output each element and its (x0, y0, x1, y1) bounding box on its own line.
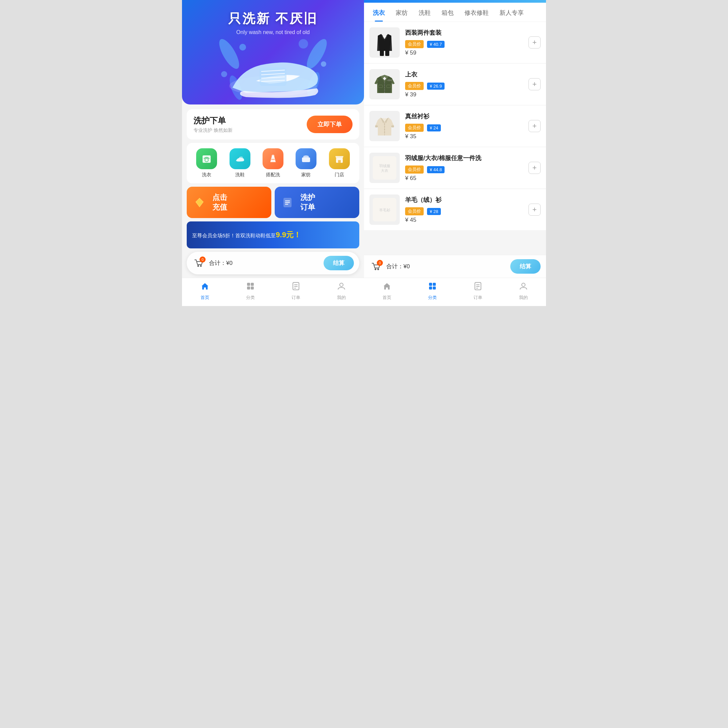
svg-point-54 (375, 268, 376, 270)
member-price-down: ¥ 44.8 (427, 166, 445, 173)
svg-rect-28 (247, 286, 250, 289)
right-nav-category[interactable]: 分类 (422, 281, 442, 301)
member-price-wool: ¥ 28 (427, 208, 441, 215)
add-down-button[interactable]: + (528, 162, 541, 174)
nav-category[interactable]: 分类 (240, 281, 260, 301)
laundry-icon-item[interactable]: 洗衣 (196, 148, 217, 178)
left-bottom-nav: 首页 分类 订单 我的 (182, 278, 364, 306)
category-icon (246, 281, 255, 293)
svg-point-64 (522, 283, 525, 286)
svg-rect-19 (338, 160, 341, 163)
home-textile-icon (295, 148, 317, 169)
right-bottom-nav: 首页 分类 订单 我的 (364, 278, 546, 306)
right-nav-profile[interactable]: 我的 (513, 281, 534, 301)
svg-point-16 (272, 155, 274, 158)
add-jacket-button[interactable]: + (528, 78, 541, 90)
svg-text:羊毛衫: 羊毛衫 (379, 208, 390, 212)
svg-point-11 (298, 39, 308, 49)
nav-orders[interactable]: 订单 (286, 281, 306, 301)
product-list: 西装两件套装 会员价 ¥ 40.7 ¥ 59 + (364, 22, 546, 255)
product-info-shirt: 真丝衬衫 会员价 ¥ 24 ¥ 35 (405, 112, 523, 140)
right-nav-orders-label: 订单 (474, 295, 482, 301)
member-badge-shirt: 会员价 (405, 124, 424, 132)
right-cart-bar: 0 合计：¥0 结算 (364, 255, 546, 278)
cart-badge: 0 (200, 257, 206, 263)
top-accent-bar (364, 0, 546, 3)
match-wash-icon (263, 148, 283, 169)
cart-icon: 0 (192, 257, 206, 270)
match-wash-label: 搭配洗 (266, 172, 280, 178)
original-price-down: ¥ 65 (405, 175, 523, 182)
store-icon (329, 148, 350, 169)
laundry-label: 洗衣 (202, 172, 211, 178)
right-cart-icon: 0 (369, 260, 383, 273)
recharge-button[interactable]: 点击充值 (187, 187, 271, 218)
laundry-icon (196, 148, 217, 169)
checkout-button[interactable]: 结算 (324, 256, 354, 270)
tab-shoe-wash[interactable]: 洗鞋 (413, 3, 436, 21)
right-nav-home-label: 首页 (382, 295, 391, 301)
match-wash-icon-item[interactable]: 搭配洗 (263, 148, 283, 178)
product-name-shirt: 真丝衬衫 (405, 112, 523, 120)
product-img-wool: 羊毛衫 (369, 194, 400, 225)
order-now-button[interactable]: 立即下单 (307, 116, 353, 133)
cart-bar: 0 合计：¥0 结算 (187, 252, 359, 274)
banner-title: 只洗新 不厌旧 (228, 10, 318, 27)
cart-total: 合计：¥0 (209, 259, 320, 267)
store-label: 门店 (335, 172, 344, 178)
nav-home[interactable]: 首页 (195, 281, 215, 301)
recharge-label: 点击充值 (213, 193, 227, 212)
original-price-suit: ¥ 59 (405, 49, 523, 56)
svg-rect-58 (429, 286, 432, 289)
right-nav-home[interactable]: 首页 (377, 281, 397, 301)
add-suit-button[interactable]: + (528, 37, 541, 49)
svg-rect-57 (433, 283, 436, 286)
product-item-wool: 羊毛衫 羊毛（绒）衫 会员价 ¥ 28 ¥ 45 + (364, 189, 546, 230)
product-img-shirt (369, 111, 400, 141)
nav-profile-label: 我的 (337, 295, 346, 301)
product-info-suit: 西装两件套装 会员价 ¥ 40.7 ¥ 59 (405, 29, 523, 56)
home-textile-icon-item[interactable]: 家纺 (295, 148, 317, 178)
right-profile-icon (519, 281, 528, 293)
right-home-icon (382, 281, 392, 293)
home-textile-label: 家纺 (301, 172, 311, 178)
shoe-icon-item[interactable]: 洗鞋 (229, 148, 251, 178)
right-orders-icon (473, 281, 483, 293)
nav-profile[interactable]: 我的 (331, 281, 352, 301)
svg-point-13 (221, 71, 227, 77)
promo-banner[interactable]: 至尊会员全场5折！首双洗鞋动鞋低至9.9元！ (187, 222, 359, 248)
product-item-jacket: LOGO 上衣 会员价 ¥ 26.9 ¥ 39 + (364, 64, 546, 105)
tab-repair[interactable]: 修衣修鞋 (459, 3, 494, 21)
shoe-illustration (216, 34, 330, 104)
svg-rect-39 (387, 85, 391, 88)
add-wool-button[interactable]: + (528, 203, 541, 216)
wash-order-button[interactable]: 洗护订单 (275, 187, 359, 218)
promo-text: 至尊会员全场5折！首双洗鞋动鞋低至9.9元！ (192, 230, 301, 240)
add-shirt-button[interactable]: + (528, 120, 541, 132)
svg-rect-26 (247, 283, 250, 286)
tab-home-textile[interactable]: 家纺 (390, 3, 413, 21)
product-name-suit: 西装两件套装 (405, 29, 523, 37)
shoe-wash-label: 洗鞋 (235, 172, 245, 178)
tab-luggage[interactable]: 箱包 (436, 3, 459, 21)
category-tabs: 洗衣 家纺 洗鞋 箱包 修衣修鞋 新人专享 (364, 3, 546, 22)
tab-new-user[interactable]: 新人专享 (494, 3, 529, 21)
member-price-jacket: ¥ 26.9 (427, 83, 445, 90)
left-phone: 只洗新 不厌旧 Only wash new, not tired of old (182, 0, 364, 306)
right-phone: 洗衣 家纺 洗鞋 箱包 修衣修鞋 新人专享 (364, 0, 546, 306)
svg-point-0 (216, 37, 243, 72)
nav-orders-label: 订单 (292, 295, 300, 301)
product-item-suit: 西装两件套装 会员价 ¥ 40.7 ¥ 59 + (364, 22, 546, 63)
right-nav-orders[interactable]: 订单 (468, 281, 488, 301)
svg-text:LOGO: LOGO (387, 79, 392, 81)
tab-laundry[interactable]: 洗衣 (367, 3, 390, 21)
product-img-down: 羽绒服 大衣 (369, 153, 400, 183)
svg-text:羽绒服: 羽绒服 (379, 164, 390, 168)
order-section: 洗护下单 专业洗护 焕然如新 立即下单 (187, 109, 359, 139)
action-buttons: 点击充值 洗护订单 (187, 187, 359, 218)
store-icon-item[interactable]: 门店 (329, 148, 350, 178)
member-badge-wool: 会员价 (405, 207, 424, 216)
hero-banner: 只洗新 不厌旧 Only wash new, not tired of old (182, 0, 364, 104)
right-cart-badge: 0 (377, 260, 383, 266)
right-checkout-button[interactable]: 结算 (510, 259, 541, 274)
